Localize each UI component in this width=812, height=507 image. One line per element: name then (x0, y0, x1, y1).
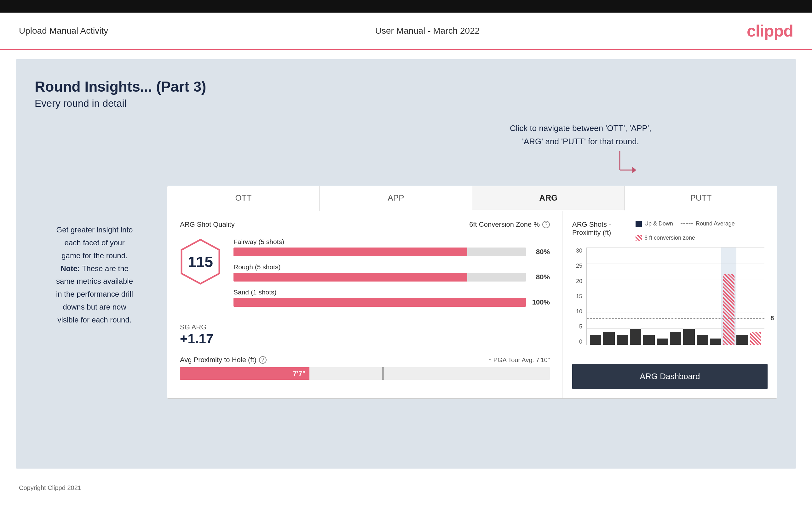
tab-bar: OTT APP ARG PUTT (167, 186, 777, 211)
header-title: User Manual - March 2022 (375, 26, 479, 36)
bar-5 (643, 335, 654, 345)
right-panel-header: ARG Shots - Proximity (ft) Up & Down Rou… (572, 220, 768, 241)
legend-item-6ft: 6 ft conversion zone (636, 235, 695, 241)
bar-3 (617, 335, 628, 345)
proximity-header: Avg Proximity to Hole (ft) ? ↑ PGA Tour … (180, 356, 550, 364)
header-upload-link[interactable]: Upload Manual Activity (19, 26, 108, 36)
shot-quality-list: Fairway (5 shots) 80% Rough (5 shots) (234, 238, 550, 314)
bar-2 (603, 332, 614, 345)
legend: Up & Down Round Average 6 ft conversion … (636, 220, 768, 241)
bar-13 (750, 332, 761, 345)
proximity-bar-track: 7'7" (180, 367, 550, 380)
shot-row: Fairway (5 shots) 80% (234, 238, 550, 256)
bar-10 (710, 339, 721, 345)
bar-pct-sand: 100% (531, 298, 550, 306)
shot-row: Sand (1 shots) 100% (234, 288, 550, 307)
legend-dashed (680, 223, 693, 224)
reference-label: 8 (770, 315, 774, 322)
left-description: Get greater insight into each facet of y… (35, 186, 154, 399)
clippd-logo: clippd (747, 21, 793, 40)
arg-dashboard-button[interactable]: ARG Dashboard (572, 364, 768, 389)
score-section: 115 Fairway (5 shots) (180, 238, 550, 314)
bar-8 (683, 329, 695, 345)
bar-pct-fairway: 80% (531, 248, 550, 256)
bar-fill-sand (234, 298, 526, 307)
bar-fill-rough (234, 273, 467, 282)
dashboard-card: OTT APP ARG PUTT ARG Shot Quality 6ft Co… (167, 186, 777, 399)
tab-putt[interactable]: PUTT (625, 186, 777, 211)
svg-marker-2 (632, 167, 636, 173)
shot-row: Rough (5 shots) 80% (234, 263, 550, 282)
footer: Copyright Clippd 2021 (0, 478, 812, 498)
right-panel-title: ARG Shots - Proximity (ft) (572, 220, 636, 237)
header: Upload Manual Activity User Manual - Mar… (0, 13, 812, 50)
bar-track-fairway (234, 247, 526, 256)
chart-area: 8 (587, 247, 764, 345)
legend-item-avg: Round Average (680, 220, 735, 227)
bar-11-hatched (723, 274, 734, 345)
left-panel: ARG Shot Quality 6ft Conversion Zone % ? (167, 211, 563, 398)
bar-chart: 30 25 20 15 10 5 0 (572, 247, 768, 358)
proximity-help-icon[interactable]: ? (259, 356, 266, 364)
bar-12 (737, 335, 748, 345)
bar-7 (670, 332, 681, 345)
help-icon[interactable]: ? (542, 221, 550, 228)
proximity-bar-fill: 7'7" (180, 367, 309, 380)
bar-highlight-container (723, 247, 734, 345)
panel-title: ARG Shot Quality (180, 220, 235, 229)
panel-subtitle: 6ft Conversion Zone % ? (469, 220, 550, 229)
legend-hatched (636, 235, 642, 241)
bar-track-sand (234, 298, 526, 307)
tab-ott[interactable]: OTT (167, 186, 320, 211)
bars-container (587, 247, 764, 345)
bar-4 (630, 329, 641, 345)
legend-square (636, 221, 642, 227)
proximity-section: Avg Proximity to Hole (ft) ? ↑ PGA Tour … (180, 356, 550, 380)
hexagon-container: 115 (180, 238, 221, 285)
legend-item-updown: Up & Down (636, 220, 673, 227)
sg-label: SG ARG (180, 323, 550, 331)
title-section: Round Insights... (Part 3) Every round i… (35, 78, 777, 109)
bar-track-rough (234, 273, 526, 282)
bar-6 (657, 339, 668, 345)
bar-1 (590, 335, 601, 345)
top-bar (0, 0, 812, 13)
right-panel: ARG Shots - Proximity (ft) Up & Down Rou… (563, 211, 777, 398)
proximity-label: Avg Proximity to Hole (ft) ? (180, 356, 266, 364)
dashboard-row: Get greater insight into each facet of y… (35, 186, 777, 399)
copyright: Copyright Clippd 2021 (19, 484, 81, 491)
bar-pct-rough: 80% (531, 273, 550, 281)
panel-header: ARG Shot Quality 6ft Conversion Zone % ? (180, 220, 550, 229)
main-content: Round Insights... (Part 3) Every round i… (16, 59, 796, 468)
page-title: Round Insights... (Part 3) (35, 78, 777, 95)
sg-section: SG ARG +1.17 (180, 323, 550, 346)
tab-app[interactable]: APP (320, 186, 472, 211)
pga-avg: ↑ PGA Tour Avg: 7'10" (489, 356, 550, 364)
sg-value: +1.17 (180, 331, 550, 346)
bar-9 (697, 335, 708, 345)
hexagon-score: 115 (180, 238, 221, 285)
page-subtitle: Every round in detail (35, 98, 777, 109)
proximity-value: 7'7" (293, 370, 306, 378)
y-axis: 30 25 20 15 10 5 0 (572, 247, 585, 345)
annotation-arrow (617, 148, 639, 183)
cursor-line (383, 367, 384, 380)
card-body: ARG Shot Quality 6ft Conversion Zone % ? (167, 211, 777, 398)
annotation-text: Click to navigate between 'OTT', 'APP','… (510, 122, 651, 148)
bar-fill-fairway (234, 247, 467, 256)
tab-arg[interactable]: ARG (472, 186, 625, 211)
